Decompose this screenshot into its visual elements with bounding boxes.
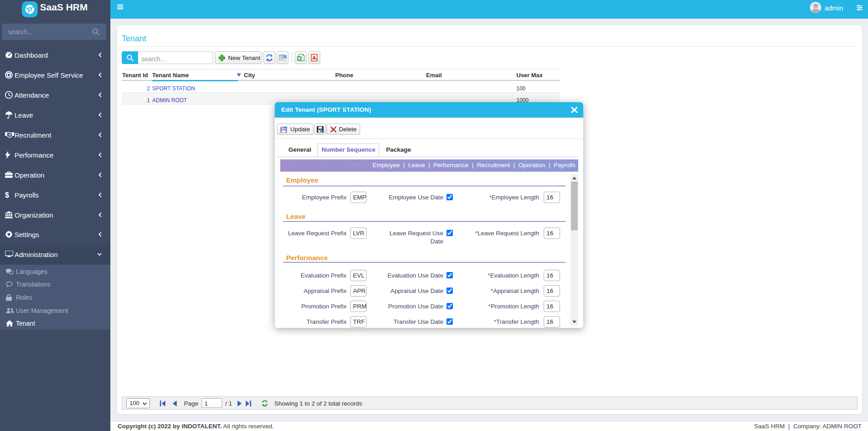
svg-text:$: $ — [5, 191, 9, 199]
